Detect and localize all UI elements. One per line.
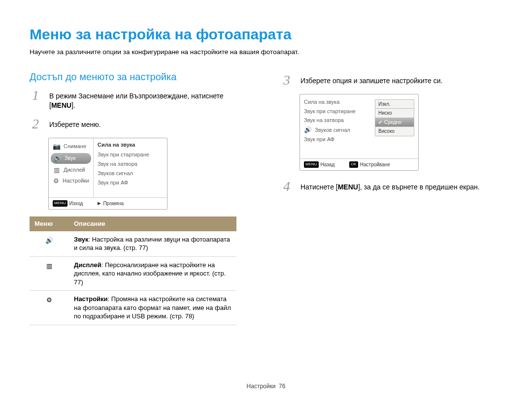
- row-label: Дисплей: [74, 261, 101, 269]
- ui-menu-screenshot: 📷Снимане 🔊Звук ▥Дисплей ⚙Настройки Сила …: [48, 138, 167, 210]
- row-desc: : Настройка на различни звуци на фотоапа…: [74, 236, 230, 252]
- step-1: 1 В режим Заснемане или Възпроизвеждане,…: [30, 89, 251, 110]
- ui-left-item-sound: 🔊Звук: [51, 153, 91, 164]
- row-label: Звук: [74, 236, 89, 243]
- ui-right-item: Звук при стартиране: [98, 150, 163, 159]
- ui-option-screenshot: Сила на звука Звук при стартиране Звук н…: [299, 94, 419, 171]
- step-1-text-b: ].: [71, 101, 75, 109]
- menu-key: MENU: [51, 101, 71, 109]
- display-icon: ▥: [53, 166, 61, 174]
- ui-left-panel: 📷Снимане 🔊Звук ▥Дисплей ⚙Настройки: [49, 138, 94, 197]
- ui-footer: MENUИзход ▶Промяна: [49, 197, 167, 210]
- section-title: Достъп до менюто за настройка: [30, 70, 251, 84]
- ui-right-title: Сила на звука: [98, 141, 163, 149]
- ui-right-item: Звук при АФ: [98, 178, 163, 187]
- step-2-text: Изберете меню.: [49, 117, 101, 131]
- list-item: Звук на затвора: [304, 116, 372, 125]
- speaker-icon: 🔊: [45, 236, 53, 244]
- ok-tag-icon: OK: [349, 161, 358, 168]
- step-3-text: Изберете опция и запишете настройките си…: [300, 73, 442, 87]
- ui2-footer: MENUНазад OKНастройване: [300, 158, 418, 171]
- step-4-text-b: ], за да се върнете в предишен екран.: [358, 183, 480, 191]
- page-title: Меню за настройка на фотоапарата: [30, 25, 502, 45]
- option-off: Изкл.: [375, 99, 414, 109]
- right-column: 3 Изберете опция и запишете настройките …: [281, 70, 502, 325]
- ui2-left-list: Сила на звука Звук при стартиране Звук н…: [304, 97, 372, 155]
- list-item: Звук при АФ: [304, 135, 372, 144]
- page-footer: Настройки 76: [0, 382, 532, 390]
- step-number: 2: [30, 117, 41, 131]
- page-intro: Научете за различните опции за конфигури…: [30, 48, 502, 57]
- display-icon: ▥: [45, 262, 53, 270]
- option-medium: ✔Средно: [375, 118, 414, 127]
- list-item: Звук при стартиране: [304, 107, 372, 116]
- gear-icon: ⚙: [45, 296, 53, 304]
- footer-label: Настройки: [247, 383, 276, 390]
- table-row: 🔊 Звук: Настройка на различни звуци на ф…: [30, 231, 236, 257]
- footer-page: 76: [279, 383, 285, 390]
- menu-description-table: Меню Описание 🔊 Звук: Настройка на разли…: [30, 216, 236, 325]
- ui-left-item-display: ▥Дисплей: [49, 165, 93, 176]
- option-high: Високо: [375, 126, 414, 136]
- speaker-icon: 🔊: [304, 126, 312, 134]
- option-low: Ниско: [375, 108, 414, 118]
- step-4-text-a: Натиснете [: [300, 183, 338, 191]
- step-number: 4: [281, 180, 293, 193]
- ui-right-item: Звуков сигнал: [98, 169, 163, 178]
- ui-left-item-settings: ⚙Настройки: [49, 176, 93, 186]
- camera-icon: 📷: [53, 143, 61, 151]
- gear-icon: ⚙: [53, 177, 60, 185]
- table-row: ▥ Дисплей: Персонализиране на настройкит…: [30, 256, 236, 291]
- step-3: 3 Изберете опция и запишете настройките …: [281, 73, 502, 87]
- step-4: 4 Натиснете [MENU], за да се върнете в п…: [281, 180, 502, 193]
- row-label: Настройки: [74, 295, 108, 303]
- ui-right-panel: Сила на звука Звук при стартиране Звук н…: [94, 138, 167, 197]
- menu-tag-icon: MENU: [304, 161, 319, 168]
- table-header-description: Описание: [69, 216, 236, 231]
- left-column: Достъп до менюто за настройка 1 В режим …: [30, 70, 251, 325]
- step-2: 2 Изберете меню.: [30, 117, 251, 131]
- step-number: 1: [30, 89, 41, 110]
- table-header-menu: Меню: [30, 216, 69, 231]
- play-icon: ▶: [98, 200, 101, 206]
- ui-left-item-camera: 📷Снимане: [49, 141, 93, 152]
- menu-key: MENU: [338, 183, 358, 191]
- check-icon: ✔: [378, 119, 382, 126]
- menu-tag-icon: MENU: [53, 200, 67, 207]
- ui-right-item: Звук на затвора: [98, 159, 163, 169]
- ui2-options-popup: Изкл. Ниско ✔Средно Високо: [375, 97, 414, 155]
- table-row: ⚙ Настройки: Промяна на настройките на с…: [30, 291, 236, 325]
- step-1-text-a: В режим Заснемане или Възпроизвеждане, н…: [49, 92, 224, 109]
- step-number: 3: [281, 73, 293, 87]
- speaker-icon: 🔊: [54, 154, 62, 162]
- list-item: 🔊Звуков сигнал: [304, 125, 372, 135]
- list-item: Сила на звука: [304, 97, 372, 107]
